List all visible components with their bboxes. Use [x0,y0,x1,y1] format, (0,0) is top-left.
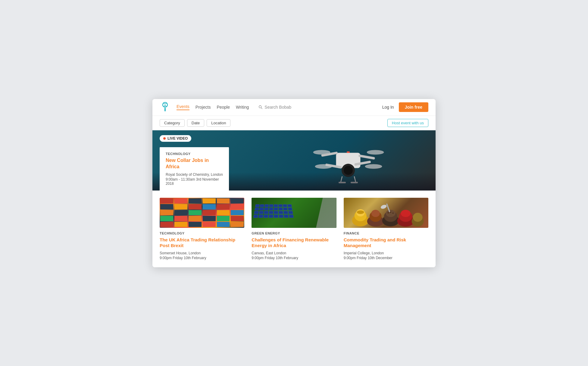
svg-line-2 [163,103,165,104]
event-time-3: 9:00pm Friday 10th December [344,256,428,260]
filter-bar: Category Date Location Host event with u… [152,116,436,130]
nav-events[interactable]: Events [177,104,189,110]
category-filter[interactable]: Category [160,119,185,127]
svg-line-3 [165,103,167,104]
svg-point-41 [413,213,422,222]
svg-point-39 [401,210,410,217]
event-venue-1: Somerset House, London [160,251,244,255]
svg-rect-12 [358,154,375,160]
svg-point-43 [380,204,387,209]
svg-point-27 [357,210,364,214]
hero-card-time: 9:00am - 11:30am 3rd November 2018 [166,177,223,186]
nav-right: Log In Join free [382,102,428,112]
svg-point-15 [313,150,330,154]
hero-card-title: New Collar Jobs in Africa [166,157,223,170]
search-icon [258,105,263,109]
join-button[interactable]: Join free [399,102,428,112]
svg-rect-23 [347,151,350,153]
svg-point-18 [365,164,382,169]
event-card-3[interactable]: FINANCE Commodity Trading and Risk Manag… [344,198,428,260]
event-category-2: GREEN ENERGY [252,231,336,235]
event-card-2[interactable]: GREEN ENERGY Challenges of Financing Ren… [252,198,336,260]
event-venue-2: Canvas, East London [252,251,336,255]
event-card-1[interactable]: TECHNOLOGY The UK Africa Trading Relatio… [160,198,244,260]
svg-point-16 [367,150,384,154]
events-grid: TECHNOLOGY The UK Africa Trading Relatio… [160,198,428,260]
event-image-3 [344,198,428,228]
filter-buttons: Category Date Location [160,119,230,127]
search-label: Search Bobab [264,105,291,110]
event-image-2 [252,198,336,228]
browser-window: Events Projects People Writing Search Bo… [152,99,436,267]
host-event-button[interactable]: Host event with us [387,119,428,127]
svg-point-36 [392,212,393,214]
hero-section: LIVE VIDEO TECHNOLOGY New Collar Jobs in… [152,130,436,191]
nav-links: Events Projects People Writing Search Bo… [177,104,382,110]
svg-line-5 [165,105,166,107]
svg-point-33 [386,210,395,217]
event-title-1: The UK Africa Trading Relationship Post … [160,237,244,249]
date-filter[interactable]: Date [187,119,204,127]
event-title-2: Challenges of Financing Renewable Energy… [252,237,336,249]
spices-svg [344,198,428,228]
nav-writing[interactable]: Writing [236,105,249,110]
hero-card-venue: Royal Society of Chemistry, London [166,172,223,177]
live-label: LIVE VIDEO [167,136,188,141]
event-time-1: 9:00pm Friday 10th February [160,256,244,260]
site-logo[interactable] [160,102,170,113]
live-badge: LIVE VIDEO [160,135,191,142]
event-time-2: 9:00pm Friday 10th February [252,256,336,260]
svg-point-34 [387,212,389,213]
event-image-1 [160,198,244,228]
live-dot [163,137,166,140]
hero-card[interactable]: TECHNOLOGY New Collar Jobs in Africa Roy… [160,147,229,191]
svg-rect-0 [164,108,166,111]
login-link[interactable]: Log In [382,105,394,110]
nav-projects[interactable]: Projects [195,105,211,110]
event-category-1: TECHNOLOGY [160,231,244,235]
svg-line-7 [261,108,262,109]
location-filter[interactable]: Location [207,119,230,127]
event-venue-3: Imperial College, London [344,251,428,255]
search-area[interactable]: Search Bobab [258,105,291,110]
event-category-3: FINANCE [344,231,428,235]
nav-people[interactable]: People [217,105,230,110]
event-title-3: Commodity Trading and Risk Management [344,237,428,249]
navbar: Events Projects People Writing Search Bo… [152,99,436,116]
svg-point-30 [371,210,380,217]
svg-point-17 [315,164,332,169]
hero-card-category: TECHNOLOGY [166,152,223,156]
events-section: TECHNOLOGY The UK Africa Trading Relatio… [152,191,436,267]
svg-point-35 [390,212,391,213]
